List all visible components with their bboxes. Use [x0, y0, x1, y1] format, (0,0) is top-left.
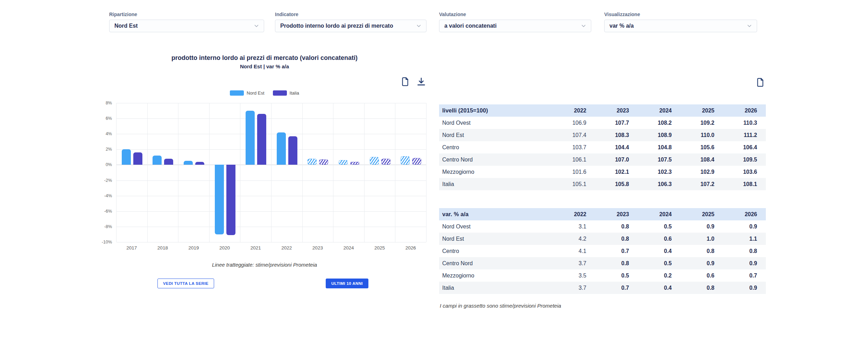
year-header: 2024 — [629, 108, 672, 114]
value-cell: 107.4 — [544, 132, 586, 138]
bar-nord-est-2024 — [339, 160, 348, 165]
year-header: 2023 — [586, 211, 629, 218]
file-icon[interactable] — [400, 76, 410, 87]
filter-indicatore-select[interactable]: Prodotto interno lordo ai prezzi di merc… — [275, 20, 426, 32]
bar-nord-est-2018 — [153, 156, 162, 165]
value-cell: 0.8 — [586, 260, 629, 267]
table-row: Centro103.7104.4104.8105.6106.4 — [439, 141, 766, 153]
bar-italia-2024 — [350, 162, 359, 165]
value-cell: 0.5 — [629, 260, 672, 267]
x-axis-label: 2025 — [364, 245, 395, 251]
value-cell: 108.9 — [629, 132, 672, 138]
value-cell: 109.2 — [672, 120, 714, 126]
filter-ripartizione-select[interactable]: Nord Est — [109, 20, 264, 32]
y-axis: 8%6%4%2%0%-2%-4%-6%-8%-10% — [88, 103, 112, 242]
x-axis-label: 2023 — [302, 245, 333, 251]
y-axis-label: -2% — [88, 178, 112, 183]
value-cell: 0.8 — [714, 248, 757, 254]
value-cell: 108.4 — [672, 157, 714, 163]
legend-item-nord-est[interactable]: Nord Est — [230, 90, 264, 96]
chart-column — [333, 103, 365, 242]
value-cell: 0.4 — [629, 248, 672, 254]
value-cell: 0.9 — [672, 260, 714, 267]
value-cell: 103.6 — [714, 169, 757, 175]
x-axis-label: 2020 — [209, 245, 240, 251]
legend-item-italia[interactable]: Italia — [273, 90, 299, 96]
bar-nord-est-2019 — [184, 161, 193, 165]
bar-nord-est-2026 — [401, 156, 410, 165]
row-label: Nord Ovest — [442, 120, 544, 126]
filter-visualizzazione-select[interactable]: var % a/a — [604, 20, 757, 32]
chart-subtitle: Nord Est | var % a/a — [103, 63, 426, 69]
y-axis-label: -8% — [88, 224, 112, 229]
filter-visualizzazione: Visualizzazione var % a/a — [604, 12, 757, 32]
x-axis-label: 2018 — [147, 245, 178, 251]
row-label: Centro Nord — [442, 260, 544, 267]
chart-toolbar — [103, 76, 426, 87]
value-cell: 3.7 — [544, 260, 586, 267]
value-cell: 0.6 — [672, 273, 714, 279]
vedi-tutta-la-serie-button[interactable]: VEDI TUTTA LA SERIE — [157, 279, 214, 288]
value-cell: 104.8 — [629, 144, 672, 151]
filter-ripartizione: Ripartizione Nord Est — [109, 12, 264, 32]
download-icon[interactable] — [416, 76, 426, 87]
row-label: Mezzogiorno — [442, 273, 544, 279]
x-axis-label: 2022 — [271, 245, 302, 251]
filter-ripartizione-label: Ripartizione — [109, 12, 264, 17]
row-label: Nord Ovest — [442, 224, 544, 230]
chart-column — [240, 103, 271, 242]
bar-nord-est-2022 — [277, 132, 286, 165]
filter-visualizzazione-label: Visualizzazione — [604, 12, 757, 17]
year-header: 2025 — [672, 108, 714, 114]
value-cell: 0.2 — [629, 273, 672, 279]
chart-column — [395, 103, 426, 242]
x-axis: 2017201820192020202120222023202420252026 — [116, 245, 426, 251]
year-header: 2026 — [714, 211, 757, 218]
bar-italia-2018 — [164, 159, 173, 165]
filter-indicatore-label: Indicatore — [275, 12, 426, 17]
chart-column — [178, 103, 210, 242]
row-label: Centro Nord — [442, 157, 544, 163]
table-var-aa: var. % a/a20222023202420252026Nord Ovest… — [439, 208, 766, 294]
row-label: Italia — [442, 181, 544, 187]
row-label: Centro — [442, 144, 544, 151]
value-cell: 0.9 — [714, 285, 757, 291]
value-cell: 0.9 — [672, 224, 714, 230]
value-cell: 0.7 — [586, 285, 629, 291]
value-cell: 3.1 — [544, 224, 586, 230]
value-cell: 4.1 — [544, 248, 586, 254]
table-row: Nord Est107.4108.3108.9110.0111.2 — [439, 129, 766, 141]
value-cell: 0.7 — [586, 248, 629, 254]
year-header: 2026 — [714, 108, 757, 114]
value-cell: 106.9 — [544, 120, 586, 126]
value-cell: 0.6 — [629, 236, 672, 242]
file-icon[interactable] — [755, 77, 765, 88]
value-cell: 108.3 — [586, 132, 629, 138]
bar-italia-2023 — [319, 159, 328, 165]
chart-column — [148, 103, 179, 242]
ultimi-10-anni-button[interactable]: ULTIMI 10 ANNI — [326, 279, 368, 288]
value-cell: 111.2 — [714, 132, 757, 138]
value-cell: 0.8 — [672, 248, 714, 254]
value-cell: 0.5 — [629, 224, 672, 230]
value-cell: 110.3 — [714, 120, 757, 126]
year-header: 2025 — [672, 211, 714, 218]
bar-nord-est-2025 — [370, 157, 379, 165]
chevron-down-icon — [416, 23, 422, 29]
table-header-row: var. % a/a20222023202420252026 — [439, 208, 766, 220]
chart-column — [303, 103, 334, 242]
year-header: 2024 — [629, 211, 672, 218]
bar-nord-est-2021 — [246, 111, 255, 165]
chevron-down-icon — [253, 23, 260, 29]
y-axis-label: 6% — [88, 116, 112, 121]
value-cell: 107.0 — [586, 157, 629, 163]
y-axis-label: -4% — [88, 193, 112, 198]
row-label: Nord Est — [442, 236, 544, 242]
y-axis-label: 8% — [88, 101, 112, 105]
legend-label: Nord Est — [247, 90, 264, 96]
value-cell: 107.5 — [629, 157, 672, 163]
value-cell: 105.6 — [672, 144, 714, 151]
bar-nord-est-2017 — [122, 149, 131, 165]
filter-valutazione-select[interactable]: a valori concatenati — [439, 20, 591, 32]
row-label: Nord Est — [442, 132, 544, 138]
